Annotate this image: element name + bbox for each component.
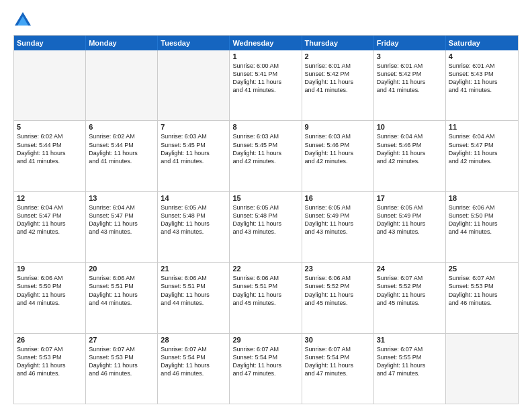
- cell-text: Sunrise: 6:07 AMSunset: 5:55 PMDaylight:…: [377, 345, 443, 378]
- calendar-cell: 12Sunrise: 6:04 AMSunset: 5:47 PMDayligh…: [14, 192, 86, 262]
- day-number: 1: [232, 52, 298, 60]
- cell-text: Sunrise: 6:03 AMSunset: 5:45 PMDaylight:…: [161, 132, 226, 165]
- calendar-cell: 29Sunrise: 6:07 AMSunset: 5:54 PMDayligh…: [230, 334, 302, 404]
- day-number: 23: [305, 265, 371, 273]
- cell-text: Sunrise: 6:02 AMSunset: 5:44 PMDaylight:…: [17, 132, 83, 165]
- day-number: 24: [377, 265, 443, 273]
- cell-text: Sunrise: 6:04 AMSunset: 5:47 PMDaylight:…: [449, 132, 515, 165]
- day-number: 5: [17, 123, 83, 131]
- header-cell-monday: Monday: [86, 36, 158, 50]
- day-number: 3: [377, 52, 443, 60]
- calendar-header: SundayMondayTuesdayWednesdayThursdayFrid…: [14, 36, 518, 50]
- calendar-cell: 15Sunrise: 6:05 AMSunset: 5:48 PMDayligh…: [230, 192, 302, 262]
- calendar-body: 1Sunrise: 6:00 AMSunset: 5:41 PMDaylight…: [14, 50, 518, 404]
- calendar-cell: 31Sunrise: 6:07 AMSunset: 5:55 PMDayligh…: [374, 334, 446, 404]
- calendar-cell: 1Sunrise: 6:00 AMSunset: 5:41 PMDaylight…: [230, 50, 302, 120]
- header-cell-wednesday: Wednesday: [230, 36, 302, 50]
- cell-text: Sunrise: 6:00 AMSunset: 5:41 PMDaylight:…: [232, 62, 298, 95]
- header: [13, 11, 519, 30]
- cell-text: Sunrise: 6:07 AMSunset: 5:54 PMDaylight:…: [161, 345, 226, 378]
- day-number: 4: [449, 52, 515, 60]
- day-number: 14: [161, 194, 226, 202]
- calendar-cell: 11Sunrise: 6:04 AMSunset: 5:47 PMDayligh…: [446, 121, 518, 191]
- calendar-cell: [158, 50, 230, 120]
- calendar: SundayMondayTuesdayWednesdayThursdayFrid…: [13, 35, 519, 404]
- calendar-cell: [446, 334, 518, 404]
- day-number: 10: [377, 123, 443, 131]
- calendar-cell: 26Sunrise: 6:07 AMSunset: 5:53 PMDayligh…: [14, 334, 86, 404]
- calendar-cell: 19Sunrise: 6:06 AMSunset: 5:50 PMDayligh…: [14, 263, 86, 332]
- calendar-cell: 22Sunrise: 6:06 AMSunset: 5:51 PMDayligh…: [230, 263, 302, 332]
- day-number: 15: [232, 194, 298, 202]
- day-number: 28: [161, 336, 226, 344]
- cell-text: Sunrise: 6:02 AMSunset: 5:44 PMDaylight:…: [89, 132, 154, 165]
- day-number: 27: [89, 336, 154, 344]
- calendar-cell: 17Sunrise: 6:05 AMSunset: 5:49 PMDayligh…: [374, 192, 446, 262]
- logo: [13, 11, 35, 30]
- cell-text: Sunrise: 6:07 AMSunset: 5:53 PMDaylight:…: [89, 345, 154, 378]
- day-number: 31: [377, 336, 443, 344]
- calendar-cell: 14Sunrise: 6:05 AMSunset: 5:48 PMDayligh…: [158, 192, 230, 262]
- cell-text: Sunrise: 6:05 AMSunset: 5:49 PMDaylight:…: [377, 203, 443, 236]
- cell-text: Sunrise: 6:03 AMSunset: 5:46 PMDaylight:…: [305, 132, 371, 165]
- cell-text: Sunrise: 6:07 AMSunset: 5:53 PMDaylight:…: [17, 345, 83, 378]
- day-number: 18: [449, 194, 515, 202]
- day-number: 2: [305, 52, 371, 60]
- header-cell-sunday: Sunday: [14, 36, 86, 50]
- cell-text: Sunrise: 6:04 AMSunset: 5:47 PMDaylight:…: [17, 203, 83, 236]
- day-number: 7: [161, 123, 226, 131]
- calendar-row-5: 26Sunrise: 6:07 AMSunset: 5:53 PMDayligh…: [14, 333, 518, 404]
- day-number: 19: [17, 265, 83, 273]
- calendar-cell: 3Sunrise: 6:01 AMSunset: 5:42 PMDaylight…: [374, 50, 446, 120]
- calendar-cell: [14, 50, 86, 120]
- calendar-cell: 20Sunrise: 6:06 AMSunset: 5:51 PMDayligh…: [86, 263, 158, 332]
- cell-text: Sunrise: 6:06 AMSunset: 5:51 PMDaylight:…: [232, 274, 298, 307]
- cell-text: Sunrise: 6:04 AMSunset: 5:46 PMDaylight:…: [377, 132, 443, 165]
- day-number: 26: [17, 336, 83, 344]
- calendar-cell: 23Sunrise: 6:06 AMSunset: 5:52 PMDayligh…: [302, 263, 374, 332]
- day-number: 22: [232, 265, 298, 273]
- calendar-cell: 7Sunrise: 6:03 AMSunset: 5:45 PMDaylight…: [158, 121, 230, 191]
- cell-text: Sunrise: 6:01 AMSunset: 5:42 PMDaylight:…: [377, 62, 443, 95]
- header-cell-tuesday: Tuesday: [158, 36, 230, 50]
- header-cell-thursday: Thursday: [302, 36, 374, 50]
- calendar-cell: 5Sunrise: 6:02 AMSunset: 5:44 PMDaylight…: [14, 121, 86, 191]
- cell-text: Sunrise: 6:06 AMSunset: 5:52 PMDaylight:…: [305, 274, 371, 307]
- logo-icon: [13, 11, 32, 30]
- calendar-cell: 30Sunrise: 6:07 AMSunset: 5:54 PMDayligh…: [302, 334, 374, 404]
- calendar-cell: 13Sunrise: 6:04 AMSunset: 5:47 PMDayligh…: [86, 192, 158, 262]
- calendar-row-2: 5Sunrise: 6:02 AMSunset: 5:44 PMDaylight…: [14, 120, 518, 191]
- day-number: 16: [305, 194, 371, 202]
- calendar-cell: 2Sunrise: 6:01 AMSunset: 5:42 PMDaylight…: [302, 50, 374, 120]
- day-number: 8: [232, 123, 298, 131]
- calendar-cell: 4Sunrise: 6:01 AMSunset: 5:43 PMDaylight…: [446, 50, 518, 120]
- day-number: 13: [89, 194, 154, 202]
- day-number: 17: [377, 194, 443, 202]
- day-number: 9: [305, 123, 371, 131]
- calendar-cell: 10Sunrise: 6:04 AMSunset: 5:46 PMDayligh…: [374, 121, 446, 191]
- calendar-cell: 6Sunrise: 6:02 AMSunset: 5:44 PMDaylight…: [86, 121, 158, 191]
- calendar-cell: [86, 50, 158, 120]
- cell-text: Sunrise: 6:05 AMSunset: 5:48 PMDaylight:…: [161, 203, 226, 236]
- cell-text: Sunrise: 6:06 AMSunset: 5:51 PMDaylight:…: [161, 274, 226, 307]
- header-cell-saturday: Saturday: [446, 36, 518, 50]
- day-number: 21: [161, 265, 226, 273]
- calendar-row-1: 1Sunrise: 6:00 AMSunset: 5:41 PMDaylight…: [14, 50, 518, 120]
- calendar-cell: 18Sunrise: 6:06 AMSunset: 5:50 PMDayligh…: [446, 192, 518, 262]
- calendar-cell: 16Sunrise: 6:05 AMSunset: 5:49 PMDayligh…: [302, 192, 374, 262]
- calendar-cell: 9Sunrise: 6:03 AMSunset: 5:46 PMDaylight…: [302, 121, 374, 191]
- calendar-row-3: 12Sunrise: 6:04 AMSunset: 5:47 PMDayligh…: [14, 191, 518, 262]
- header-cell-friday: Friday: [374, 36, 446, 50]
- calendar-row-4: 19Sunrise: 6:06 AMSunset: 5:50 PMDayligh…: [14, 262, 518, 332]
- calendar-cell: 27Sunrise: 6:07 AMSunset: 5:53 PMDayligh…: [86, 334, 158, 404]
- cell-text: Sunrise: 6:05 AMSunset: 5:49 PMDaylight:…: [305, 203, 371, 236]
- cell-text: Sunrise: 6:01 AMSunset: 5:42 PMDaylight:…: [305, 62, 371, 95]
- day-number: 29: [232, 336, 298, 344]
- calendar-cell: 8Sunrise: 6:03 AMSunset: 5:45 PMDaylight…: [230, 121, 302, 191]
- day-number: 12: [17, 194, 83, 202]
- cell-text: Sunrise: 6:07 AMSunset: 5:52 PMDaylight:…: [377, 274, 443, 307]
- cell-text: Sunrise: 6:07 AMSunset: 5:53 PMDaylight:…: [449, 274, 515, 307]
- cell-text: Sunrise: 6:06 AMSunset: 5:50 PMDaylight:…: [449, 203, 515, 236]
- cell-text: Sunrise: 6:06 AMSunset: 5:50 PMDaylight:…: [17, 274, 83, 307]
- cell-text: Sunrise: 6:06 AMSunset: 5:51 PMDaylight:…: [89, 274, 154, 307]
